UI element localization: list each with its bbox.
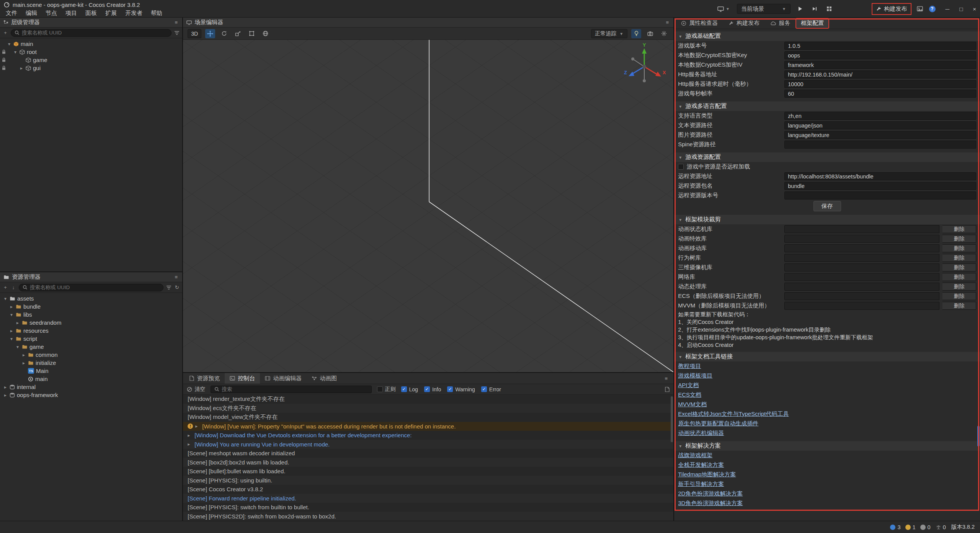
doc-link[interactable]: 2D角色扮演游戏解决方案 bbox=[678, 490, 743, 497]
doc-link[interactable]: ECS文档 bbox=[678, 391, 701, 399]
scene-viewport[interactable]: Y X Z bbox=[183, 40, 673, 372]
tree-item-initialize[interactable]: ▸initialize bbox=[0, 359, 182, 367]
tree-item-resources[interactable]: ▸resources bbox=[0, 327, 182, 335]
doc-link[interactable]: MVVM文档 bbox=[678, 401, 707, 408]
delete-button[interactable]: 删除 bbox=[942, 235, 976, 243]
message-counter-0[interactable]: 3 bbox=[890, 524, 900, 530]
field-input[interactable] bbox=[784, 51, 976, 59]
benchmark-counter[interactable]: 0 bbox=[936, 524, 946, 530]
message-counter-1[interactable]: 1 bbox=[905, 524, 916, 530]
tree-item-script[interactable]: ▾script bbox=[0, 335, 182, 343]
panel-menu-icon[interactable]: ≡ bbox=[663, 376, 669, 381]
inspector-scrollbar[interactable] bbox=[977, 426, 980, 446]
scale-tool-icon[interactable] bbox=[233, 29, 243, 38]
clear-console-button[interactable]: 清空 bbox=[187, 386, 205, 393]
doc-link[interactable]: 动画状态机编辑器 bbox=[678, 430, 724, 437]
doc-link[interactable]: 3D角色扮演游戏解决方案 bbox=[678, 500, 743, 507]
message-counter-2[interactable]: 0 bbox=[920, 524, 931, 530]
expand-arrow-icon[interactable]: ▸ bbox=[195, 423, 200, 429]
close-button[interactable]: × bbox=[973, 6, 976, 12]
tree-item-main[interactable]: main bbox=[0, 375, 182, 383]
delete-button[interactable]: 删除 bbox=[942, 273, 976, 281]
scene-camera-icon[interactable] bbox=[645, 29, 655, 38]
log-row[interactable]: ▸[Window] You are running Vue in develop… bbox=[183, 440, 673, 449]
add-asset-button[interactable]: + bbox=[3, 285, 8, 290]
doc-link[interactable]: 战旗游戏框架 bbox=[678, 452, 712, 459]
tree-item-game[interactable]: ▾game bbox=[0, 343, 182, 351]
menu-item-7[interactable]: 帮助 bbox=[147, 10, 167, 17]
assets-search[interactable] bbox=[19, 284, 163, 291]
console-search-input[interactable] bbox=[222, 386, 368, 392]
world-space-tool-icon[interactable] bbox=[260, 29, 270, 38]
section-header[interactable]: ▾游戏基础配置 bbox=[674, 31, 980, 41]
delete-button[interactable]: 删除 bbox=[942, 244, 976, 252]
field-input[interactable] bbox=[784, 131, 976, 139]
doc-link[interactable]: Tiledmap地图解决方案 bbox=[678, 471, 736, 478]
scene-settings-gear-icon[interactable] bbox=[659, 29, 669, 38]
view-mode-select[interactable]: 正常追踪 ▾ bbox=[591, 29, 627, 38]
field-input[interactable] bbox=[784, 172, 976, 180]
tab-service[interactable]: 服务 bbox=[766, 19, 795, 28]
filter-info[interactable]: ✓Info bbox=[424, 386, 441, 392]
tree-item-Main[interactable]: TSMain bbox=[0, 367, 182, 375]
step-button[interactable] bbox=[810, 5, 820, 13]
field-input[interactable] bbox=[784, 61, 976, 69]
delete-button[interactable]: 删除 bbox=[942, 225, 976, 233]
filter-icon[interactable] bbox=[174, 31, 180, 35]
tab-framework-config[interactable]: 框架配置 bbox=[796, 19, 828, 28]
filter-icon[interactable] bbox=[166, 285, 172, 290]
tree-item-assets[interactable]: ▾assets bbox=[0, 294, 182, 302]
filter-error[interactable]: ✓Error bbox=[481, 386, 501, 392]
field-input[interactable] bbox=[784, 191, 976, 199]
regex-toggle[interactable]: 正则 bbox=[377, 386, 396, 393]
section-header[interactable]: ▾框架解决方案 bbox=[674, 441, 980, 451]
expand-arrow-icon[interactable]: ▸ bbox=[188, 433, 192, 438]
field-input[interactable] bbox=[784, 90, 976, 98]
section-header[interactable]: ▾框架模块裁剪 bbox=[674, 215, 980, 224]
tab-anim-editor[interactable]: 动画编辑器 bbox=[260, 373, 307, 384]
tree-item-bundle[interactable]: ▸bundle bbox=[0, 302, 182, 311]
console-search[interactable] bbox=[211, 386, 371, 393]
tree-item-game[interactable]: game bbox=[0, 56, 182, 64]
scene-light-toggle-icon[interactable] bbox=[631, 29, 641, 38]
menu-item-3[interactable]: 项目 bbox=[61, 10, 81, 17]
field-input[interactable] bbox=[784, 42, 976, 50]
panel-menu-icon[interactable]: ≡ bbox=[665, 20, 670, 25]
current-scene-select[interactable]: 当前场景 ▾ bbox=[737, 4, 791, 14]
tree-item-main[interactable]: ▾main bbox=[0, 40, 182, 48]
panel-menu-icon[interactable]: ≡ bbox=[173, 275, 179, 280]
tree-item-gui[interactable]: ▸gui bbox=[0, 64, 182, 72]
delete-button[interactable]: 删除 bbox=[942, 302, 976, 310]
maximize-button[interactable]: □ bbox=[959, 6, 963, 12]
doc-link[interactable]: 新手引导解决方案 bbox=[678, 481, 724, 488]
doc-link[interactable]: 游戏模板项目 bbox=[678, 372, 712, 379]
move-tool-icon[interactable] bbox=[205, 29, 215, 38]
tree-item-root[interactable]: ▾root bbox=[0, 48, 182, 56]
tree-item-libs[interactable]: ▾libs bbox=[0, 311, 182, 319]
doc-link[interactable]: API文档 bbox=[678, 382, 699, 389]
field-input[interactable] bbox=[784, 121, 976, 129]
help-icon[interactable]: ? bbox=[929, 6, 936, 12]
panel-menu-icon[interactable]: ≡ bbox=[173, 20, 179, 25]
import-asset-icon[interactable]: ↓ bbox=[11, 285, 16, 290]
field-input[interactable] bbox=[784, 112, 976, 120]
tree-item-common[interactable]: ▸common bbox=[0, 351, 182, 359]
lock-icon[interactable] bbox=[2, 57, 6, 62]
image-icon[interactable] bbox=[917, 6, 923, 11]
field-input[interactable] bbox=[784, 70, 976, 78]
tree-item-seedrandom[interactable]: ▸seedrandom bbox=[0, 319, 182, 327]
hierarchy-search[interactable] bbox=[11, 29, 172, 37]
rotate-tool-icon[interactable] bbox=[219, 29, 229, 38]
doc-link[interactable]: 原生包热更新配置自动生成插件 bbox=[678, 420, 758, 427]
checkbox-icon[interactable] bbox=[678, 164, 684, 170]
add-node-button[interactable]: + bbox=[3, 30, 8, 35]
section-header[interactable]: ▾框架文档工具链接 bbox=[674, 352, 980, 361]
assets-search-input[interactable] bbox=[30, 284, 160, 290]
menu-item-0[interactable]: 文件 bbox=[2, 10, 21, 17]
section-header[interactable]: ▾游戏多语言配置 bbox=[674, 101, 980, 111]
lock-icon[interactable] bbox=[2, 65, 6, 70]
filter-log[interactable]: ✓Log bbox=[401, 386, 418, 392]
projection-toggle-button[interactable]: 3D bbox=[188, 29, 201, 38]
tab-build[interactable]: 构建发布 bbox=[724, 19, 764, 28]
orientation-gizmo[interactable]: Y X Z bbox=[621, 42, 667, 88]
